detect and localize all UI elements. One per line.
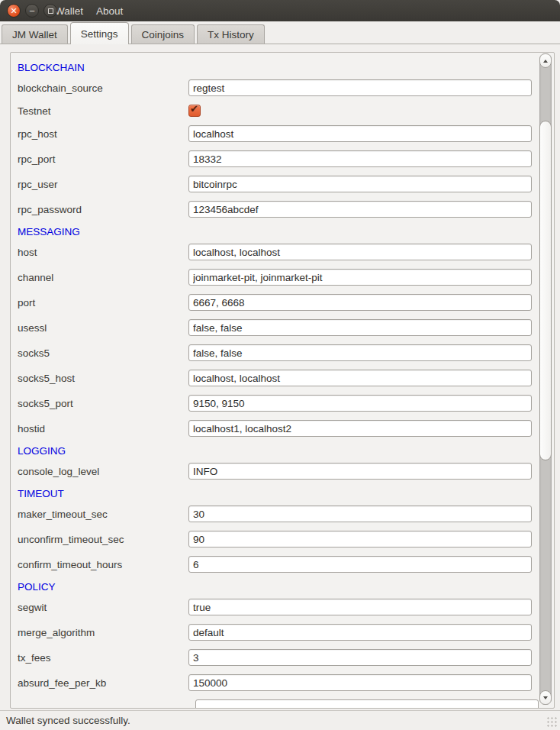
section-header-messaging: MESSAGING — [18, 226, 554, 237]
minimize-button[interactable]: − — [25, 4, 39, 18]
form-row-rpc-host: rpc_host — [18, 125, 554, 142]
tab-bar: JM Wallet Settings Coinjoins Tx History — [0, 21, 560, 44]
minimize-icon: − — [29, 6, 35, 16]
field-input-confirm-timeout-hours[interactable] — [188, 556, 532, 573]
section-header-logging: LOGGING — [18, 445, 554, 457]
field-input-socks5-host[interactable] — [188, 370, 532, 386]
form-row-maker-timeout-sec: maker_timeout_sec — [18, 506, 554, 522]
maximize-button[interactable] — [43, 4, 57, 18]
field-label-testnet: Testnet — [18, 105, 188, 117]
scroll-down-icon — [543, 696, 548, 699]
form-row-segwit: segwit — [18, 599, 554, 615]
field-label-absurd-fee-per-kb: absurd_fee_per_kb — [18, 677, 188, 689]
field-label-channel: channel — [18, 272, 188, 283]
form-row-socks5: socks5 — [18, 344, 554, 361]
section-header-timeout: TIMEOUT — [18, 488, 554, 499]
field-input-absurd-fee-per-kb[interactable] — [188, 674, 532, 691]
field-label-rpc-user: rpc_user — [18, 179, 188, 190]
field-input-maker-timeout-sec[interactable] — [188, 506, 532, 522]
field-input-merge-algorithm[interactable] — [188, 624, 532, 641]
form-row-port: port — [18, 294, 554, 311]
field-input-rpc-host[interactable] — [188, 125, 532, 142]
tab-tx-history[interactable]: Tx History — [197, 24, 265, 44]
field-input-rpc-user[interactable] — [188, 176, 532, 192]
maximize-icon — [48, 8, 53, 14]
scrollbar-thumb[interactable] — [539, 121, 552, 460]
scroll-up-icon — [543, 60, 548, 63]
field-label-socks5-host: socks5_host — [18, 373, 188, 384]
settings-scroll-area: BLOCKCHAINblockchain_sourceTestnet✔rpc_h… — [10, 52, 555, 709]
menu-item-about[interactable]: About — [96, 5, 123, 17]
field-label-host: host — [18, 247, 188, 258]
tab-jm-wallet[interactable]: JM Wallet — [2, 24, 68, 44]
form-row-tx-fees: tx_fees — [18, 649, 554, 666]
field-label-unconfirm-timeout-sec: unconfirm_timeout_sec — [18, 534, 188, 545]
menu-item-wallet[interactable]: Wallet — [55, 5, 83, 17]
field-label-tx-fees: tx_fees — [18, 652, 188, 664]
form-row-absurd-fee-per-kb: absurd_fee_per_kb — [18, 674, 554, 691]
tab-settings[interactable]: Settings — [70, 22, 129, 44]
close-button[interactable]: ✕ — [7, 4, 21, 18]
resize-grip[interactable] — [547, 717, 558, 728]
field-label-port: port — [18, 297, 188, 308]
field-label-confirm-timeout-hours: confirm_timeout_hours — [18, 559, 188, 570]
field-input-port[interactable] — [188, 294, 532, 311]
form-row-host: host — [18, 244, 554, 260]
field-label-rpc-password: rpc_password — [18, 204, 188, 215]
form-row-console-log-level: console_log_level — [18, 463, 554, 480]
form-row-rpc-password: rpc_password — [18, 201, 554, 218]
field-input-segwit[interactable] — [188, 599, 532, 615]
app-window: ✕ − Wallet About JM Wallet Settings Coin… — [0, 0, 560, 730]
form-row-hostid: hostid — [18, 420, 554, 437]
field-input-socks5[interactable] — [188, 344, 532, 361]
titlebar: ✕ − Wallet About — [0, 0, 560, 21]
field-input-hostid[interactable] — [188, 420, 532, 437]
field-input-usessl[interactable] — [188, 319, 532, 336]
field-label-blockchain-source: blockchain_source — [18, 82, 188, 94]
field-input-channel[interactable] — [188, 269, 532, 286]
form-row-socks5-port: socks5_port — [18, 395, 554, 412]
form-row-rpc-port: rpc_port — [18, 150, 554, 167]
field-input-unconfirm-timeout-sec[interactable] — [188, 531, 532, 548]
form-row-socks5-host: socks5_host — [18, 370, 554, 386]
field-label-rpc-host: rpc_host — [18, 128, 188, 140]
status-bar: Wallet synced successfully. — [0, 710, 560, 730]
scroll-up-button[interactable] — [539, 53, 552, 68]
field-label-hostid: hostid — [18, 423, 188, 434]
form-row-rpc-user: rpc_user — [18, 176, 554, 192]
form-row-channel: channel — [18, 269, 554, 286]
field-label-usessl: usessl — [18, 322, 188, 334]
field-input-host[interactable] — [188, 244, 532, 260]
field-label-rpc-port: rpc_port — [18, 153, 188, 165]
form-row-testnet: Testnet✔ — [18, 105, 554, 117]
field-input-tx-fees[interactable] — [188, 649, 532, 666]
field-input-partial[interactable] — [195, 699, 539, 709]
tab-coinjoins[interactable]: Coinjoins — [131, 24, 195, 44]
field-label-socks5: socks5 — [18, 347, 188, 359]
form-row-confirm-timeout-hours: confirm_timeout_hours — [18, 556, 554, 573]
section-header-blockchain: BLOCKCHAIN — [18, 62, 554, 73]
settings-form: BLOCKCHAINblockchain_sourceTestnet✔rpc_h… — [11, 53, 554, 709]
field-label-merge-algorithm: merge_algorithm — [18, 627, 188, 638]
field-input-socks5-port[interactable] — [188, 395, 532, 412]
field-label-maker-timeout-sec: maker_timeout_sec — [18, 509, 188, 520]
field-input-rpc-password[interactable] — [188, 201, 532, 218]
field-input-blockchain-source[interactable] — [188, 79, 532, 96]
form-row-usessl: usessl — [18, 319, 554, 336]
field-label-segwit: segwit — [18, 602, 188, 613]
checkbox-testnet[interactable]: ✔ — [188, 105, 201, 117]
field-input-console-log-level[interactable] — [188, 463, 532, 480]
settings-pane: BLOCKCHAINblockchain_sourceTestnet✔rpc_h… — [0, 44, 560, 710]
status-message: Wallet synced successfully. — [6, 715, 130, 726]
field-label-console-log-level: console_log_level — [18, 466, 188, 477]
field-label-socks5-port: socks5_port — [18, 398, 188, 409]
field-input-rpc-port[interactable] — [188, 150, 532, 167]
form-row-blockchain-source: blockchain_source — [18, 79, 554, 96]
vertical-scrollbar — [538, 53, 553, 705]
check-icon: ✔ — [190, 103, 198, 115]
scroll-down-button[interactable] — [539, 690, 552, 705]
form-row-unconfirm-timeout-sec: unconfirm_timeout_sec — [18, 531, 554, 548]
form-row-merge-algorithm: merge_algorithm — [18, 624, 554, 641]
section-header-policy: POLICY — [18, 581, 554, 593]
close-icon: ✕ — [10, 7, 17, 15]
